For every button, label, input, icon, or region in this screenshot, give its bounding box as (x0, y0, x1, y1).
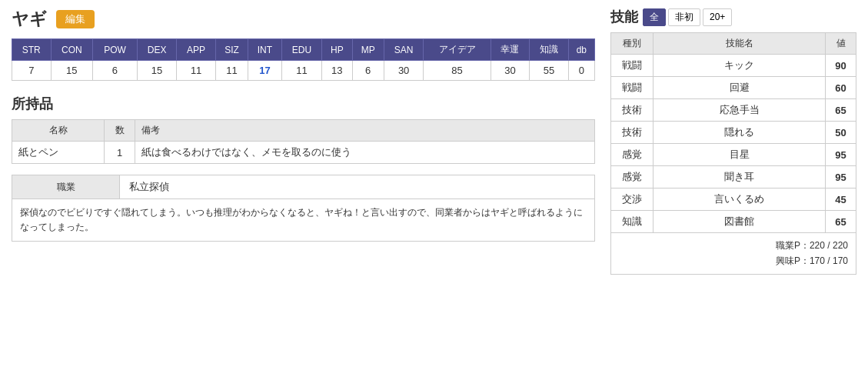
possessions-title: 所持品 (12, 95, 595, 113)
character-name: ヤギ (12, 8, 47, 31)
stats-value-cell: 30 (491, 61, 530, 81)
stats-value-cell: 15 (51, 61, 93, 81)
stats-header-cell: INT (248, 39, 281, 61)
possession-cell: 1 (105, 142, 135, 164)
skills-footer-line2: 興味P：170 / 170 (619, 253, 848, 269)
skills-footer-line1: 職業P：220 / 220 (619, 238, 848, 253)
stats-value-cell: 30 (384, 61, 424, 81)
stats-header-cell: HP (322, 39, 352, 61)
stats-header-cell: EDU (281, 39, 322, 61)
stats-header-cell: アイデア (424, 39, 491, 61)
list-item: 戦闘回避60 (611, 77, 856, 99)
job-description: 探偵なのでビビりですぐ隠れてしまう。いつも推理がわからなくなると、ヤギね！と言い… (12, 199, 594, 241)
skills-header-cell: 値 (826, 33, 856, 55)
skills-body: 戦闘キック90戦闘回避60技術応急手当65技術隠れる50感覚目星95感覚聞き耳9… (611, 55, 856, 233)
list-item: 戦闘キック90 (611, 55, 856, 77)
skill-cell: 50 (826, 122, 856, 144)
job-label: 職業 (12, 175, 120, 199)
skill-filter-button[interactable]: 20+ (703, 8, 732, 26)
list-item: 感覚目星95 (611, 144, 856, 166)
stats-header-cell: STR (12, 39, 52, 61)
stats-header-cell: SIZ (215, 39, 248, 61)
stats-value-cell: 55 (530, 61, 569, 81)
job-value: 私立探偵 (120, 175, 178, 199)
skill-cell: 65 (826, 211, 856, 233)
skill-cell: 感覚 (611, 144, 653, 166)
stats-value-cell: 11 (177, 61, 216, 81)
skill-cell: 90 (826, 55, 856, 77)
skills-header: 技能 全非初20+ (610, 8, 856, 26)
stats-header-row: STRCONPOWDEXAPPSIZINTEDUHPMPSANアイデア幸運知識d… (12, 39, 595, 61)
skills-filters: 全非初20+ (643, 8, 732, 26)
skills-header-cell: 技能名 (653, 33, 826, 55)
skill-cell: キック (653, 55, 826, 77)
skill-cell: 95 (826, 166, 856, 188)
skills-header-cell: 種別 (611, 33, 653, 55)
skill-cell: 交渉 (611, 188, 653, 211)
stats-value-cell: 85 (424, 61, 491, 81)
stats-value-cell: 15 (137, 61, 177, 81)
skill-cell: 目星 (653, 144, 826, 166)
skill-cell: 65 (826, 99, 856, 122)
stats-value-cell: 13 (322, 61, 352, 81)
list-item: 感覚聞き耳95 (611, 166, 856, 188)
skill-cell: 応急手当 (653, 99, 826, 122)
skill-cell: 言いくるめ (653, 188, 826, 211)
skills-header-row: 種別技能名値 (611, 33, 856, 55)
stats-header-cell: APP (177, 39, 216, 61)
skill-cell: 95 (826, 144, 856, 166)
list-item: 技術応急手当65 (611, 99, 856, 122)
possession-cell: 紙とペン (12, 142, 105, 164)
stats-value-row: 71561511111711136308530550 (12, 61, 595, 81)
stats-value-cell: 17 (248, 61, 281, 81)
list-item: 交渉言いくるめ45 (611, 188, 856, 211)
skills-title: 技能 (610, 8, 638, 26)
stats-header-cell: MP (352, 39, 384, 61)
skill-cell: 感覚 (611, 166, 653, 188)
stats-header-cell: db (568, 39, 594, 61)
skill-cell: 45 (826, 188, 856, 211)
stats-header-cell: CON (51, 39, 93, 61)
stats-header-cell: POW (93, 39, 138, 61)
job-section: 職業 私立探偵 探偵なのでビビりですぐ隠れてしまう。いつも推理がわからなくなると… (12, 175, 595, 242)
character-header: ヤギ 編集 (12, 8, 595, 31)
skills-table: 種別技能名値 戦闘キック90戦闘回避60技術応急手当65技術隠れる50感覚目星9… (610, 32, 856, 233)
skill-cell: 60 (826, 77, 856, 99)
stats-value-cell: 11 (215, 61, 248, 81)
stats-value-cell: 7 (12, 61, 52, 81)
stats-header-cell: DEX (137, 39, 177, 61)
stats-header-cell: SAN (384, 39, 424, 61)
job-header: 職業 私立探偵 (12, 175, 594, 199)
skill-cell: 回避 (653, 77, 826, 99)
possession-cell: 紙は食べるわけではなく、メモを取るのに使う (135, 142, 595, 164)
table-row: 紙とペン1紙は食べるわけではなく、メモを取るのに使う (12, 142, 595, 164)
stats-table: STRCONPOWDEXAPPSIZINTEDUHPMPSANアイデア幸運知識d… (12, 38, 595, 81)
edit-button[interactable]: 編集 (56, 10, 95, 28)
stats-value-cell: 11 (281, 61, 322, 81)
possessions-body: 紙とペン1紙は食べるわけではなく、メモを取るのに使う (12, 142, 595, 164)
list-item: 知識図書館65 (611, 211, 856, 233)
stats-header-cell: 幸運 (491, 39, 530, 61)
skill-cell: 図書館 (653, 211, 826, 233)
possessions-table: 名称数備考 紙とペン1紙は食べるわけではなく、メモを取るのに使う (12, 119, 595, 164)
skill-filter-button[interactable]: 全 (643, 8, 666, 26)
skill-cell: 知識 (611, 211, 653, 233)
skill-cell: 技術 (611, 122, 653, 144)
skills-footer: 職業P：220 / 220 興味P：170 / 170 (610, 233, 856, 275)
skill-cell: 技術 (611, 99, 653, 122)
skill-cell: 聞き耳 (653, 166, 826, 188)
skill-cell: 隠れる (653, 122, 826, 144)
skill-filter-button[interactable]: 非初 (668, 8, 700, 26)
skill-cell: 戦闘 (611, 77, 653, 99)
stats-value-cell: 6 (93, 61, 138, 81)
possessions-header-row: 名称数備考 (12, 120, 595, 142)
list-item: 技術隠れる50 (611, 122, 856, 144)
stats-header-cell: 知識 (530, 39, 569, 61)
stats-value-cell: 0 (568, 61, 594, 81)
possessions-header-cell: 名称 (12, 120, 105, 142)
possessions-header-cell: 備考 (135, 120, 595, 142)
possessions-header-cell: 数 (105, 120, 135, 142)
stats-value-cell: 6 (352, 61, 384, 81)
skill-cell: 戦闘 (611, 55, 653, 77)
